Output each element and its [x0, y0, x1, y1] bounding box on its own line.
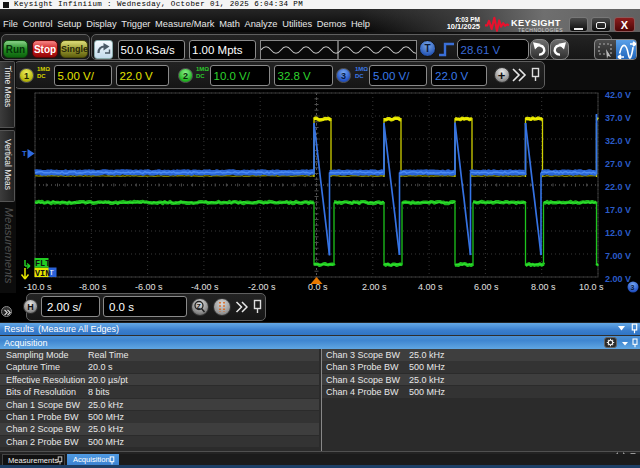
svg-text:Z: Z	[197, 303, 202, 310]
svg-text:VIN: VIN	[35, 269, 50, 279]
svg-text:FLT: FLT	[35, 259, 50, 269]
svg-text:T: T	[22, 149, 27, 158]
